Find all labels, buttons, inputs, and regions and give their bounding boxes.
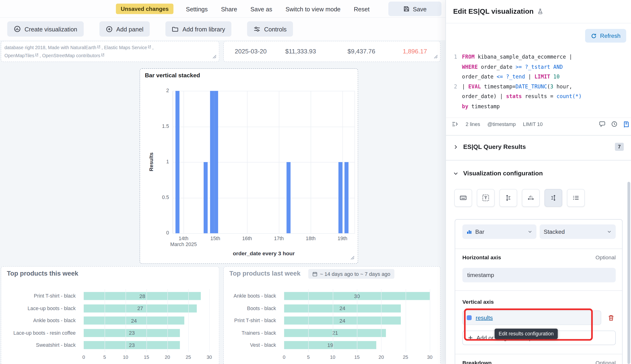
bar-row: Trainers - black21 xyxy=(224,327,440,339)
top-menu: SettingsShareSave asSwitch to view modeR… xyxy=(186,0,370,18)
titles-text-icon[interactable] xyxy=(477,189,494,207)
results-field-link[interactable]: results xyxy=(476,314,493,321)
horizontal-axis-field[interactable]: timestamp xyxy=(462,268,616,282)
gridline xyxy=(406,289,406,352)
bar xyxy=(338,162,342,233)
x-tick-label: 17th xyxy=(264,236,294,242)
resize-handle-icon[interactable] xyxy=(434,54,438,60)
line-number xyxy=(446,72,462,82)
refresh-label: Refresh xyxy=(600,32,620,39)
add-from-library-button[interactable]: Add from library xyxy=(166,21,232,37)
gridline xyxy=(188,289,189,352)
esql-docs-icon[interactable] xyxy=(623,120,630,128)
gridline xyxy=(355,91,355,233)
code-line[interactable]: by timestamp xyxy=(446,102,631,112)
breakdown-section: Breakdown Optional xyxy=(455,354,622,364)
menu-item-share[interactable]: Share xyxy=(221,6,237,12)
results-dimension-button[interactable]: results xyxy=(462,310,601,325)
bar: 24 xyxy=(284,304,401,312)
bar xyxy=(176,91,180,233)
x-tick-label: 30 xyxy=(427,354,433,360)
gridline xyxy=(173,198,355,198)
feedback-comment-icon[interactable] xyxy=(599,120,606,128)
x-axis-title: order_date every 3 hour xyxy=(173,250,355,257)
bar xyxy=(210,91,214,233)
controls-button[interactable]: Controls xyxy=(247,21,293,37)
attribution-link[interactable]: OpenMapTiles xyxy=(5,53,35,58)
flyout-scrollbar[interactable] xyxy=(627,182,630,364)
top-products-this-week-panel[interactable]: Top products this week Print T-shirt - b… xyxy=(1,266,219,364)
chart-type-select[interactable]: Bar xyxy=(462,224,536,239)
gridline xyxy=(333,289,333,352)
map-attribution-line-1: database right 2018, Made with NaturalEa… xyxy=(5,44,154,52)
refresh-button[interactable]: Refresh xyxy=(585,29,626,43)
gridline xyxy=(105,289,105,352)
esql-query-results-section[interactable]: ES|QL Query Results 7 xyxy=(446,136,631,158)
time-range-badge[interactable]: ~ 14 days ago to ~ 7 days ago xyxy=(308,269,394,279)
category-label: Ankle boots - black xyxy=(224,293,280,299)
line-count: 2 lines xyxy=(466,121,480,127)
attribution-link[interactable]: Made with NaturalEarth xyxy=(48,45,96,50)
delete-dimension-button[interactable] xyxy=(606,313,616,323)
right-axis-icon[interactable] xyxy=(544,189,562,207)
attribution-link[interactable]: OpenStreetMap contributors xyxy=(42,53,100,58)
vertical-axis-label: Vertical axis xyxy=(462,299,494,305)
code-line[interactable]: 2| EVAL timestamp=DATE_TRUNC(3 hour, xyxy=(446,82,631,92)
query-history-icon[interactable] xyxy=(611,120,618,128)
bar: 24 xyxy=(284,317,401,325)
line-number xyxy=(446,62,462,72)
plus-icon xyxy=(468,335,473,340)
attribution-text: , xyxy=(102,45,104,50)
esql-editor[interactable]: 1FROM kibana_sample_data_ecommerce |WHER… xyxy=(446,49,631,112)
menu-item-reset[interactable]: Reset xyxy=(354,6,370,12)
menu-item-settings[interactable]: Settings xyxy=(186,6,208,12)
bar: 24 xyxy=(84,317,184,325)
save-button[interactable]: Save xyxy=(388,2,442,16)
category-label: Print T-shirt - black xyxy=(224,318,280,324)
top-products-last-week-panel[interactable]: Top products last week ~ 14 days ago to … xyxy=(223,266,441,364)
legend-icon[interactable] xyxy=(567,189,585,207)
folder-icon xyxy=(172,26,179,32)
gridline xyxy=(308,289,309,352)
resize-handle-icon[interactable] xyxy=(212,54,216,60)
menu-item-save-as[interactable]: Save as xyxy=(250,6,272,12)
tech-preview-flask-icon xyxy=(537,8,543,15)
visualization-configuration-section[interactable]: Visualization configuration xyxy=(446,162,631,184)
esql-editor-icon xyxy=(451,120,458,128)
attribution-link[interactable]: Elastic Maps Service xyxy=(104,45,147,50)
map-attribution-panel[interactable]: database right 2018, Made with NaturalEa… xyxy=(1,41,219,62)
table-cell: $11,333.93 xyxy=(285,48,316,55)
dashboard-canvas: database right 2018, Made with NaturalEa… xyxy=(0,40,446,364)
resize-handle-icon[interactable] xyxy=(350,254,355,261)
external-link-icon xyxy=(97,44,101,51)
visualization-config-card: Bar Stacked Horizontal axis Optional xyxy=(455,219,623,364)
bar: 21 xyxy=(284,329,386,337)
flyout-header: Edit ES|QL visualization xyxy=(446,0,631,24)
left-axis-icon[interactable] xyxy=(499,189,517,207)
stack-mode-select[interactable]: Stacked xyxy=(540,224,616,239)
bar-vertical-stacked-panel[interactable]: Bar vertical stacked Results 00.511.5214… xyxy=(140,68,358,264)
code-line[interactable]: WHERE order_date >= ?_tstart AND xyxy=(446,62,631,72)
add-panel-button[interactable]: Add panel xyxy=(99,21,150,37)
table-cell: $9,437.76 xyxy=(347,48,375,55)
attribution-text: , xyxy=(40,53,42,58)
map-attribution-line-2: OpenMapTiles, OpenStreetMap contributors xyxy=(5,52,154,60)
create-visualization-button[interactable]: Create visualization xyxy=(7,21,84,37)
y-tick-label: 0 xyxy=(140,230,169,236)
code-line[interactable]: order_date <= ?_tend | LIMIT 10 xyxy=(446,72,631,82)
keyboard-icon[interactable] xyxy=(454,189,472,207)
gridline xyxy=(247,91,248,233)
horizontal-axis-label: Horizontal axis xyxy=(462,254,501,261)
x-tick-label: 0 xyxy=(283,354,285,360)
data-table-panel[interactable]: 2025-03-20$11,333.93$9,437.761,896.17 xyxy=(223,41,441,62)
x-tick-label: 10 xyxy=(123,354,128,360)
code-line[interactable]: order_date) | stats results = count(*) xyxy=(446,92,631,102)
bottom-axis-icon[interactable] xyxy=(522,189,540,207)
x-tick-label: 0 xyxy=(82,354,85,360)
menu-item-switch-to-view-mode[interactable]: Switch to view mode xyxy=(285,6,341,12)
bar-row: Ankle boots - black30 xyxy=(224,290,440,302)
refresh-icon xyxy=(591,33,597,39)
x-tick-label: 16th xyxy=(232,236,262,242)
timestamp-indicator: @timestamp xyxy=(487,121,516,127)
code-line[interactable]: 1FROM kibana_sample_data_ecommerce | xyxy=(446,52,631,62)
